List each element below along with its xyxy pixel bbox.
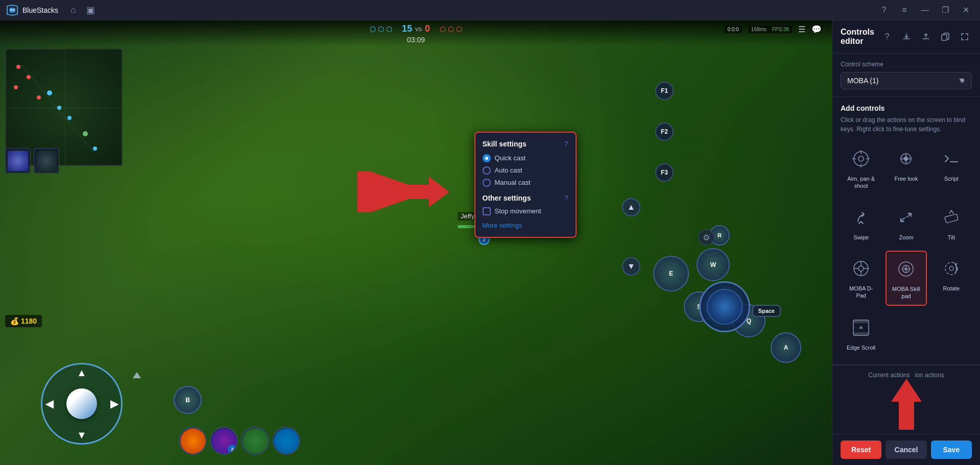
panel-header-icons: ? xyxy=(880,30,972,44)
panel-upload-icon[interactable] xyxy=(919,30,933,44)
panel-header: Controls editor ? xyxy=(832,20,980,54)
space-button[interactable]: Space xyxy=(752,305,781,317)
gold-amount: 1180 xyxy=(21,317,37,325)
skill-w-button[interactable]: W xyxy=(697,248,730,281)
minimize-button[interactable]: — xyxy=(917,2,933,18)
auto-cast-radio[interactable] xyxy=(483,166,491,175)
hud-menu-icon[interactable]: ☰ xyxy=(798,25,805,34)
svg-point-9 xyxy=(854,152,868,166)
svg-rect-33 xyxy=(853,332,869,335)
fps-badge: 168ms FPS:38 xyxy=(748,26,792,33)
nav-down-arrow[interactable]: ▼ xyxy=(622,257,640,276)
joystick-arrow-right: ▶ xyxy=(110,399,118,409)
item-slot-1 xyxy=(5,148,31,174)
panel-download-icon[interactable] xyxy=(899,30,914,44)
add-controls-title: Add controls xyxy=(841,104,972,112)
control-scheme-section: Control scheme MOBA (1) ▼ xyxy=(832,54,980,97)
control-aim-pan-shoot[interactable]: Aim, pan &shoot xyxy=(841,141,881,195)
other-settings-title: Other settings xyxy=(483,194,531,202)
game-area: ⬡ ⬡ ⬡ 15 vs 0 ⬡ ⬡ ⬡ 03:09 0:0:0 168ms xyxy=(0,20,832,465)
zoom-label: Zoom xyxy=(899,234,913,241)
control-tilt[interactable]: Tilt xyxy=(931,200,972,247)
more-settings-link[interactable]: More settings xyxy=(483,222,522,229)
joystick-arrow-left: ◀ xyxy=(45,399,53,409)
control-zoom[interactable]: Zoom xyxy=(886,200,926,247)
f3-key[interactable]: F3 xyxy=(655,163,674,182)
panel-scroll[interactable]: Control scheme MOBA (1) ▼ Add controls C… xyxy=(832,54,980,379)
add-controls-desc: Click or drag the actions on the screen … xyxy=(841,115,972,134)
stop-movement-option[interactable]: Stop movement xyxy=(483,207,568,215)
copy-icon xyxy=(941,33,949,41)
joystick-area[interactable]: ▲ ▼ ◀ ▶ xyxy=(41,363,123,445)
control-script[interactable]: Script xyxy=(931,141,972,195)
manual-cast-radio[interactable] xyxy=(483,179,491,187)
score-blue: 15 xyxy=(402,23,412,34)
save-button[interactable]: Save xyxy=(931,440,972,459)
scheme-label: Control scheme xyxy=(841,61,972,68)
joystick-knob[interactable] xyxy=(66,388,97,419)
quick-cast-option[interactable]: Quick cast xyxy=(483,154,568,162)
menu-button[interactable]: ≡ xyxy=(896,2,913,18)
controls-panel: Controls editor ? xyxy=(832,20,980,465)
home-icon[interactable]: ⌂ xyxy=(70,5,76,15)
other-settings-header: Other settings ? xyxy=(483,194,568,202)
tilt-label: Tilt xyxy=(948,234,955,241)
f1-key[interactable]: F1 xyxy=(655,82,674,100)
joystick-outer[interactable]: ▲ ▼ ◀ ▶ xyxy=(41,363,123,445)
app-name: BlueStacks xyxy=(22,6,58,14)
item-slot-bottom-1[interactable] xyxy=(179,427,207,455)
scheme-select[interactable]: MOBA (1) xyxy=(841,72,972,89)
quick-cast-radio[interactable] xyxy=(483,154,491,162)
control-swipe[interactable]: Swipe xyxy=(841,200,881,247)
skill-e-button[interactable]: E xyxy=(653,256,689,291)
control-edge-scroll[interactable]: Edge Scroll xyxy=(841,310,881,357)
panel-copy-icon[interactable] xyxy=(938,30,952,44)
main-skill-button[interactable] xyxy=(699,281,750,332)
control-rotate[interactable]: Rotate xyxy=(931,251,972,306)
cancel-button[interactable]: Cancel xyxy=(886,440,926,459)
manual-cast-option[interactable]: Manual cast xyxy=(483,179,568,187)
svg-text:BS: BS xyxy=(10,8,15,12)
reset-button[interactable]: Reset xyxy=(841,440,881,459)
help-button[interactable]: ? xyxy=(876,2,892,18)
control-free-look[interactable]: Free look xyxy=(886,141,926,195)
svg-rect-32 xyxy=(853,320,869,323)
control-moba-skill-pad[interactable]: MOBA Skillpad xyxy=(886,251,926,306)
cast-radio-group: Quick cast Auto cast Manual cast xyxy=(483,154,568,187)
panel-footer: Reset Cancel Save xyxy=(832,434,980,465)
import-icon xyxy=(902,33,911,41)
f2-key[interactable]: F2 xyxy=(655,123,674,141)
restore-button[interactable]: ❐ xyxy=(937,2,953,18)
item-slot-2 xyxy=(34,148,59,174)
gold-display: 💰 1180 xyxy=(5,315,42,327)
window-icon[interactable]: ▣ xyxy=(86,5,95,16)
panel-fullscreen-icon[interactable] xyxy=(958,30,972,44)
moba-skill-pad-label: MOBA Skillpad xyxy=(892,285,920,300)
svg-point-21 xyxy=(858,266,864,271)
nav-arrows: ▲ ▼ xyxy=(622,198,640,276)
title-bar: BS BlueStacks ⌂ ▣ ? ≡ — ❐ ✕ xyxy=(0,0,980,20)
other-settings-help-icon[interactable]: ? xyxy=(564,194,568,202)
nav-up-arrow[interactable]: ▲ xyxy=(622,198,640,216)
skill-a-button[interactable]: A xyxy=(771,332,801,363)
gear-settings-button[interactable]: ⚙ xyxy=(698,229,714,246)
title-bar-nav: ⌂ ▣ xyxy=(70,5,95,16)
main-content: ⬡ ⬡ ⬡ 15 vs 0 ⬡ ⬡ ⬡ 03:09 0:0:0 168ms xyxy=(0,20,980,465)
hud-score: ⬡ ⬡ ⬡ 15 vs 0 ⬡ ⬡ ⬡ xyxy=(370,20,462,34)
popup-header: Skill settings ? xyxy=(483,140,568,148)
popup-help-icon[interactable]: ? xyxy=(564,140,568,148)
item-slot-bottom-4[interactable] xyxy=(272,427,300,455)
item-slot-bottom-2[interactable]: 2 xyxy=(210,427,238,455)
item-slot-bottom-3[interactable] xyxy=(241,427,269,455)
control-moba-d-pad[interactable]: MOBA D-Pad xyxy=(841,251,881,306)
bottom-item-slots: 2 xyxy=(179,427,300,455)
skill-settings-popup: Skill settings ? Quick cast Auto cast Ma… xyxy=(474,132,577,238)
skill-b-button[interactable]: B xyxy=(174,386,202,414)
hud-timer: 03:09 xyxy=(407,36,425,44)
svg-rect-19 xyxy=(945,214,958,223)
panel-help-button[interactable]: ? xyxy=(880,30,894,44)
hud-chat-icon[interactable]: 💬 xyxy=(811,25,822,34)
stop-movement-checkbox[interactable] xyxy=(483,207,491,215)
auto-cast-option[interactable]: Auto cast xyxy=(483,166,568,175)
close-button[interactable]: ✕ xyxy=(958,2,974,18)
